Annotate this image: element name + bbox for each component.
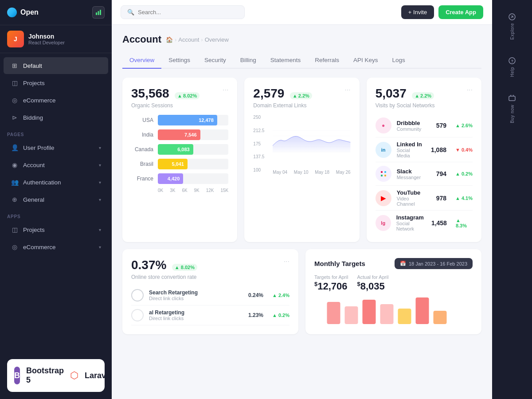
bidding-icon: ⊳ <box>11 113 19 121</box>
sidebar-item-bidding[interactable]: ⊳ Bidding <box>4 109 108 126</box>
svg-text:?: ? <box>511 59 514 63</box>
sidebar-item-default[interactable]: ⊞ Default <box>4 57 108 74</box>
svg-rect-17 <box>416 297 429 324</box>
slack-logo <box>376 166 391 182</box>
line-chart-svg <box>273 115 350 168</box>
line-chart-container: May 04May 10May 18May 26 <box>273 115 350 177</box>
user-role: React Developer <box>28 40 65 45</box>
targets-label: Targets for April <box>314 274 348 280</box>
stat-badge-domain: ▲ 2.2% <box>290 92 312 99</box>
projects-icon: ◫ <box>11 79 19 87</box>
tab-overview[interactable]: Overview <box>122 52 161 69</box>
more-button-social[interactable]: ··· <box>467 86 473 94</box>
user-icon: 👤 <box>11 144 19 152</box>
ret-row-2: al Retargeting Direct link clicks 1.23% … <box>131 305 289 325</box>
svg-rect-1 <box>98 11 99 15</box>
explore-button[interactable]: Explore <box>504 4 520 48</box>
ecommerce-app-icon: ◎ <box>11 243 19 251</box>
nav-label-ecommerce: eCommerce <box>23 97 101 104</box>
pages-section-label: PAGES <box>0 128 112 139</box>
chevron-down-icon-6: ▾ <box>99 245 101 250</box>
dribbble-logo: ● <box>376 117 391 133</box>
sidebar-item-authentication[interactable]: 👥 Authentication ▾ <box>4 174 108 191</box>
breadcrumb: 🏠 › Account › Overview <box>166 36 229 43</box>
laravel-icon: ⬡ <box>70 370 78 381</box>
tab-api-keys[interactable]: API Keys <box>346 52 385 69</box>
explore-label: Explore <box>510 23 515 39</box>
tab-statements[interactable]: Statements <box>263 52 308 69</box>
user-info: Johnson React Developer <box>28 33 65 45</box>
nav-label-bidding: Bidding <box>23 114 101 121</box>
stat-badge-social: ▲ 2.2% <box>412 92 434 99</box>
auth-icon: 👥 <box>11 178 19 186</box>
user-name: Johnson <box>28 33 65 40</box>
bar-row-canada: Canada 6,083 <box>131 144 228 155</box>
app-name: Open <box>20 8 39 16</box>
stat-badge-organic: ▲ 8.02% <box>175 92 200 99</box>
y-axis: 250 212.5 175 137.5 100 <box>253 115 269 172</box>
tab-billing[interactable]: Billing <box>233 52 263 69</box>
monthly-header: Monthly Targets 📅 18 Jan 2023 - 16 Feb 2… <box>314 258 473 269</box>
more-button-organic[interactable]: ··· <box>223 86 228 94</box>
more-button-conversion[interactable]: ··· <box>284 258 289 265</box>
ret-circle-1 <box>131 289 144 301</box>
youtube-name: YouTube <box>397 189 423 196</box>
bar-fill-usa: 12,478 <box>158 115 217 125</box>
bar-row-france: France 4,420 <box>131 173 228 184</box>
stat-card-social: 5,037 ▲ 2.2% ··· Visits by Social Networ… <box>367 78 481 242</box>
apps-section-label: APPS <box>0 210 112 221</box>
ret-circle-2 <box>131 309 144 321</box>
svg-rect-9 <box>384 171 386 173</box>
svg-rect-0 <box>96 12 97 15</box>
stat-value-social: 5,037 ▲ 2.2% <box>376 86 434 101</box>
stat-value-organic: 35,568 ▲ 8.02% <box>131 86 200 101</box>
sidebar-item-ecommerce[interactable]: ◎ eCommerce <box>4 92 108 109</box>
chevron-down-icon: ▾ <box>99 145 101 150</box>
instagram-logo: Ig <box>376 215 391 231</box>
instagram-name: Instagram <box>396 214 424 221</box>
bar-country-usa: USA <box>131 117 153 123</box>
sidebar-item-account[interactable]: ◉ Account ▾ <box>4 156 108 173</box>
nav-label-account: Account <box>23 162 94 168</box>
tab-logs[interactable]: Logs <box>385 52 412 69</box>
search-box[interactable]: 🔍 <box>121 5 245 19</box>
svg-rect-16 <box>398 309 411 324</box>
sidebar-item-projects[interactable]: ◫ Projects <box>4 74 108 91</box>
svg-rect-14 <box>363 300 376 324</box>
youtube-type: Video Channel <box>397 196 423 207</box>
nav-label-default: Default <box>23 63 101 69</box>
line-chart-x-labels: May 04May 10May 18May 26 <box>273 168 350 175</box>
breadcrumb-account[interactable]: Account <box>178 36 199 43</box>
bar-chart: USA 12,478 India 7,546 Canada <box>131 115 228 193</box>
buy-now-button[interactable]: Buy now <box>504 86 520 132</box>
conversion-badge: ▲ 8.02% <box>172 264 197 271</box>
svg-rect-2 <box>100 10 101 15</box>
sidebar-item-ecommerce-app[interactable]: ◎ eCommerce ▾ <box>4 239 108 255</box>
dribbble-name: Dribbble <box>397 120 423 126</box>
sidebar-item-general[interactable]: ⊕ General ▾ <box>4 191 108 208</box>
youtube-change: ▲ 4.1% <box>455 196 473 201</box>
home-icon: 🏠 <box>166 36 173 43</box>
social-list: ● Dribbble Community 579 ▲ 2.6% in Linke… <box>376 114 473 235</box>
search-input[interactable] <box>138 9 238 16</box>
invite-button[interactable]: + Invite <box>401 5 434 19</box>
svg-rect-12 <box>327 302 340 324</box>
linkedin-logo: in <box>376 142 391 158</box>
dribbble-info: Dribbble Community <box>397 120 423 132</box>
help-button[interactable]: ? Help <box>504 48 520 86</box>
tab-security[interactable]: Security <box>197 52 233 69</box>
instagram-change: ▲ 8.3% <box>456 218 473 228</box>
bar-fill-india: 7,546 <box>158 129 200 140</box>
slack-name: Slack <box>397 168 423 175</box>
slack-change: ▲ 0.2% <box>455 171 473 176</box>
chart-icon-btn[interactable] <box>92 6 105 19</box>
slack-info: Slack Messanger <box>397 168 423 180</box>
bar-track-france: 4,420 <box>158 173 228 184</box>
ret-row-1: Search Retargeting Direct link clicks 0.… <box>131 286 289 305</box>
sidebar-item-user-profile[interactable]: 👤 User Profile ▾ <box>4 139 108 156</box>
tab-referrals[interactable]: Referrals <box>308 52 346 69</box>
sidebar-item-projects-app[interactable]: ◫ Projects ▾ <box>4 221 108 238</box>
more-button-domain[interactable]: ··· <box>344 86 350 94</box>
create-app-button[interactable]: Create App <box>438 5 483 19</box>
tab-settings[interactable]: Settings <box>161 52 197 69</box>
